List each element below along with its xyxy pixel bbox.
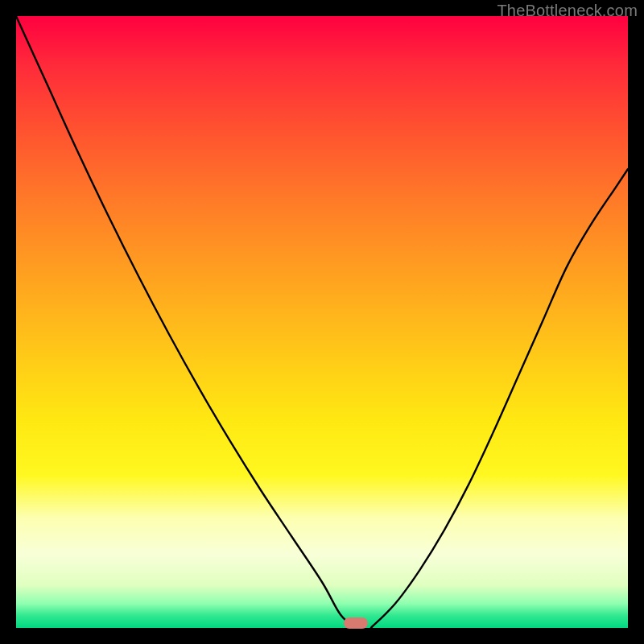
right-curve-path (371, 169, 628, 628)
curve-svg (16, 16, 628, 628)
chart-frame: TheBottleneck.com (0, 0, 644, 644)
left-curve-path (16, 16, 356, 628)
watermark-text: TheBottleneck.com (497, 2, 638, 20)
bottleneck-marker (344, 617, 368, 629)
plot-area (16, 16, 628, 628)
